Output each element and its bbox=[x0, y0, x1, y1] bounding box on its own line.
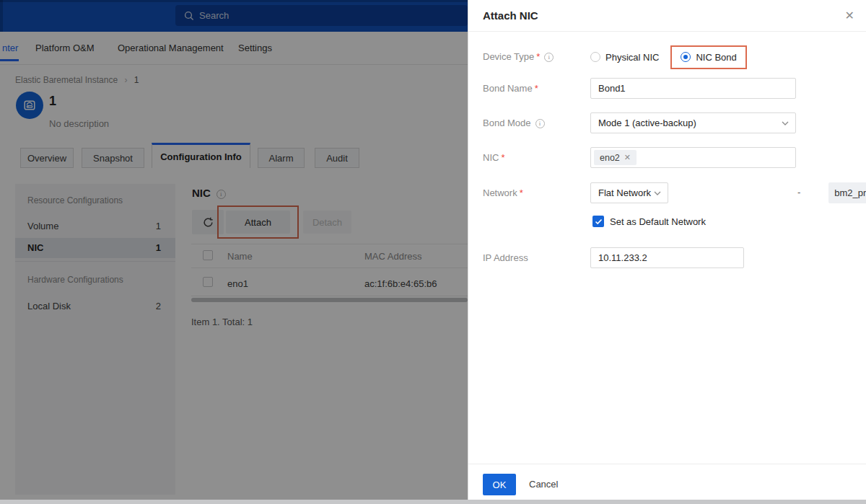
network-label: Network* bbox=[483, 187, 523, 198]
radio-physical-nic[interactable]: Physical NIC bbox=[590, 52, 659, 63]
default-network-label: Set as Default Network bbox=[610, 216, 706, 227]
device-type-label: Device Type*i bbox=[483, 51, 554, 62]
network-separator: - bbox=[797, 187, 800, 198]
check-icon bbox=[595, 218, 603, 225]
device-type-radio-group: Physical NIC NIC Bond bbox=[590, 43, 747, 71]
close-icon[interactable]: ✕ bbox=[845, 9, 854, 23]
cancel-button[interactable]: Cancel bbox=[529, 479, 558, 490]
screenshot-root: Search nter Platform O&M Operational Man… bbox=[0, 0, 866, 504]
radio-circle-selected bbox=[681, 52, 691, 62]
drawer-header: Attach NIC ✕ bbox=[468, 0, 866, 32]
default-network-checkbox-row[interactable]: Set as Default Network bbox=[592, 216, 706, 227]
window-bottom-edge bbox=[0, 500, 866, 504]
chevron-down-icon bbox=[782, 121, 789, 125]
radio-nic-bond[interactable]: NIC Bond bbox=[681, 52, 736, 63]
bond-mode-select[interactable]: Mode 1 (active-backup) bbox=[590, 112, 796, 133]
nic-tag: eno2 ✕ bbox=[594, 150, 637, 165]
chevron-down-icon bbox=[654, 191, 661, 195]
drawer-footer: OK Cancel bbox=[468, 464, 866, 500]
modal-overlay[interactable] bbox=[0, 0, 468, 500]
info-icon: i bbox=[544, 53, 554, 62]
network-field: Flat Network - bm2_private_network ✕ bbox=[590, 182, 852, 203]
ok-button[interactable]: OK bbox=[483, 474, 516, 495]
nic-label: NIC* bbox=[483, 152, 504, 163]
ip-address-input[interactable] bbox=[590, 247, 744, 268]
network-type-select[interactable]: Flat Network bbox=[590, 182, 668, 203]
network-tag: bm2_private_network ✕ bbox=[828, 182, 866, 203]
attach-nic-drawer: Attach NIC ✕ Device Type*i Physical NIC … bbox=[468, 0, 866, 500]
bond-name-input[interactable] bbox=[590, 78, 796, 99]
nic-tag-input[interactable]: eno2 ✕ bbox=[590, 147, 796, 168]
checkbox-checked bbox=[592, 216, 604, 227]
annotation-highlight-nic-bond: NIC Bond bbox=[670, 45, 746, 69]
drawer-title: Attach NIC bbox=[483, 9, 538, 22]
info-icon: i bbox=[535, 119, 545, 128]
radio-circle bbox=[590, 52, 600, 62]
app-window: Search nter Platform O&M Operational Man… bbox=[0, 0, 866, 500]
ip-address-label: IP Address bbox=[483, 252, 528, 263]
bond-name-label: Bond Name* bbox=[483, 83, 538, 94]
tag-remove-icon[interactable]: ✕ bbox=[624, 153, 631, 162]
bond-mode-label: Bond Modei bbox=[483, 118, 545, 128]
